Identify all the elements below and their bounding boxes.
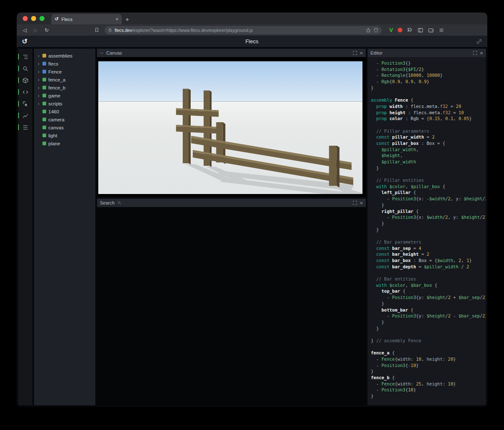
statistics-icon: [22, 113, 29, 119]
main-content: ›assemblies›flecs›Fence›fence_a›fence_b›…: [17, 47, 487, 406]
tree-item-fence_a[interactable]: ›fence_a: [37, 76, 95, 84]
sidebar-entity-tree-button[interactable]: [18, 52, 32, 61]
address-bar[interactable]: flecs.dev/explorer/?wasm=https://www.fle…: [105, 26, 382, 34]
app-header: ↻ Flecs: [17, 36, 487, 47]
tab-close-icon[interactable]: ×: [116, 16, 118, 22]
canvas-panel-title: Canvas: [106, 50, 122, 55]
sidebar-query-inspector-button[interactable]: [18, 99, 32, 108]
minimize-window-button[interactable]: [31, 16, 36, 21]
expand-panel-icon[interactable]: [353, 51, 357, 55]
close-panel-icon[interactable]: ×: [360, 50, 363, 56]
expand-arrow-icon[interactable]: ›: [37, 61, 40, 66]
sidebar-commands-button[interactable]: [18, 123, 32, 132]
code-line: }: [371, 165, 486, 171]
code-line: - Rectangle{10000, 10000}: [371, 72, 486, 79]
code-line: $height,: [371, 152, 486, 159]
zoom-window-button[interactable]: [39, 16, 45, 21]
code-line: }: [371, 85, 486, 91]
page-title: Flecs: [27, 38, 476, 45]
tree-item-camera[interactable]: ›camera: [37, 115, 95, 123]
expand-arrow-icon[interactable]: ›: [37, 77, 40, 82]
entity-kind-swatch: [42, 102, 46, 105]
wallet-icon[interactable]: [428, 27, 434, 33]
sidebar-search-button[interactable]: [18, 64, 32, 73]
active-indicator: [18, 66, 19, 71]
close-panel-icon[interactable]: ×: [360, 200, 363, 206]
tree-item-1460[interactable]: ›1460: [37, 108, 95, 115]
code-line: const pillar_box : Box = {: [371, 140, 486, 147]
entity-kind-swatch: [42, 110, 46, 113]
search-panel-title: Search: [100, 200, 115, 205]
expand-arrow-icon[interactable]: ›: [37, 93, 40, 98]
code-line: const bar_height = 2: [371, 251, 486, 257]
expand-panel-icon[interactable]: [473, 51, 477, 55]
entity-kind-swatch: [42, 70, 46, 73]
back-button[interactable]: ◁: [21, 27, 29, 33]
canvas-3d-scene: [98, 61, 362, 194]
new-tab-button[interactable]: +: [122, 14, 133, 24]
sidebar-statistics-button[interactable]: [18, 111, 32, 120]
bookmark-icon[interactable]: [94, 27, 100, 33]
entity-label: assemblies: [48, 53, 73, 58]
code-line: [371, 233, 486, 239]
center-column: Canvas ×: [97, 49, 366, 405]
chevron-down-icon[interactable]: [100, 51, 104, 55]
tree-item-canvas[interactable]: ›canvas: [37, 123, 95, 131]
code-line: }: [371, 301, 486, 307]
tree-item-light[interactable]: ›light: [37, 131, 95, 139]
code-line: - Rotation3{$PI/2}: [371, 66, 486, 73]
entity-kind-swatch: [42, 126, 46, 129]
code-line: [371, 344, 486, 350]
share-link-icon[interactable]: [476, 39, 482, 45]
tab-favicon flecs-logo-icon: ↻: [55, 16, 58, 22]
lock-icon: [108, 28, 112, 32]
v-extension-icon[interactable]: V: [389, 27, 393, 33]
tree-item-scripts[interactable]: ›scripts: [37, 100, 95, 108]
code-line: - Rgb{0.9, 0.9, 0.9}: [371, 79, 486, 85]
code-line: // Pillar parameters: [371, 128, 486, 134]
tree-item-Fence[interactable]: ›Fence: [37, 68, 95, 76]
code-line: $pillar_width: [371, 159, 486, 165]
tree-item-plane[interactable]: ›plane: [37, 139, 95, 147]
code-line: const bar_box : Box = {$width, 2, 1}: [371, 257, 486, 264]
sidebar-toggle-icon[interactable]: [417, 27, 423, 33]
tree-item-game[interactable]: ›game: [37, 92, 95, 100]
code-line: top_bar {: [371, 288, 486, 294]
tree-item-fence_b[interactable]: ›fence_b: [37, 84, 95, 92]
expand-arrow-icon[interactable]: ›: [37, 85, 40, 90]
expand-arrow-icon[interactable]: ›: [37, 69, 40, 74]
search-panel: Search ×: [97, 199, 366, 405]
entity-kind-swatch: [42, 78, 46, 81]
canvas-viewport[interactable]: [97, 57, 366, 197]
search-results-area[interactable]: [97, 207, 366, 405]
code-line: prop color : Rgb = {0.15, 0.1, 0.05}: [371, 115, 486, 122]
tree-item-flecs[interactable]: ›flecs: [37, 60, 95, 68]
tree-item-assemblies[interactable]: ›assemblies: [37, 52, 95, 60]
code-line: }: [371, 220, 486, 227]
expand-arrow-icon[interactable]: ›: [37, 101, 40, 106]
sidebar-script-editor-button[interactable]: [18, 87, 32, 97]
search-panel-header[interactable]: Search ×: [97, 199, 366, 207]
close-panel-icon[interactable]: ×: [480, 50, 483, 56]
code-editor[interactable]: - Position3{} - Rotation3{$PI/2} - Recta…: [368, 57, 486, 405]
canvas-panel-header[interactable]: Canvas ×: [97, 49, 366, 57]
forward-button[interactable]: ▷: [32, 27, 39, 33]
code-line: }: [371, 202, 486, 208]
share-icon[interactable]: [366, 28, 371, 33]
adblock-extension-icon[interactable]: [398, 28, 402, 32]
canvas-panel: Canvas ×: [97, 49, 366, 197]
expand-arrow-icon[interactable]: ›: [37, 53, 40, 58]
active-indicator: [18, 101, 19, 107]
code-line: prop width : flecs.meta.f32 = 20: [371, 103, 486, 110]
code-line: const bar_depth = $pillar_width / 2: [371, 264, 486, 270]
extensions-puzzle-icon[interactable]: [407, 27, 413, 33]
editor-panel-header[interactable]: Editor ×: [368, 49, 486, 57]
menu-hamburger-icon[interactable]: [438, 27, 444, 33]
sidebar-entities-button[interactable]: [18, 76, 32, 85]
entity-kind-swatch: [42, 54, 46, 58]
expand-panel-icon[interactable]: [353, 201, 357, 205]
close-window-button[interactable]: [23, 16, 28, 21]
brave-shield-icon[interactable]: [373, 28, 378, 33]
browser-tab-flecs[interactable]: ↻ Flecs ×: [51, 14, 122, 24]
reload-button[interactable]: ↻: [43, 27, 50, 33]
